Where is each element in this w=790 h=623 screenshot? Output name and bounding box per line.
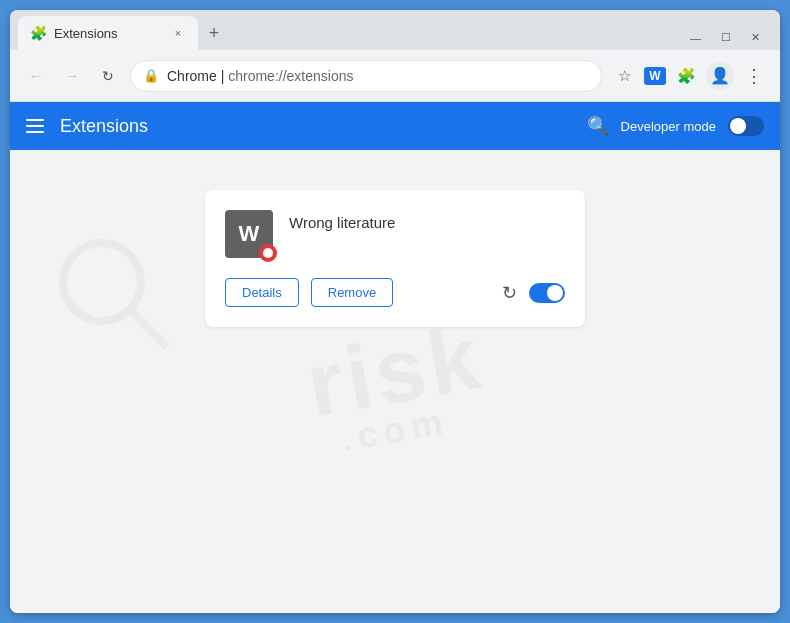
browser-window: 🧩 Extensions × + — ☐ ✕ ← → ↻ 🔒 Chrome | …: [10, 10, 780, 613]
address-separator: |: [217, 68, 228, 84]
extension-toggle-knob: [547, 285, 563, 301]
search-button[interactable]: 🔍: [587, 115, 609, 137]
tab-close-btn[interactable]: ×: [170, 25, 186, 41]
address-bar: ← → ↻ 🔒 Chrome | chrome://extensions ☆ W…: [10, 50, 780, 102]
extension-error-badge: [259, 244, 277, 262]
extensions-header: Extensions 🔍 Developer mode: [10, 102, 780, 150]
new-tab-button[interactable]: +: [200, 19, 228, 47]
address-path: chrome://extensions: [228, 68, 353, 84]
address-text: Chrome | chrome://extensions: [167, 68, 354, 84]
address-input[interactable]: 🔒 Chrome | chrome://extensions: [130, 60, 602, 92]
refresh-button[interactable]: ↻: [94, 62, 122, 90]
star-button[interactable]: ☆: [610, 62, 638, 90]
menu-button[interactable]: ⋮: [740, 62, 768, 90]
remove-button[interactable]: Remove: [311, 278, 393, 307]
extension-icon-wrap: W: [225, 210, 273, 258]
developer-mode-toggle[interactable]: [728, 116, 764, 136]
forward-button[interactable]: →: [58, 62, 86, 90]
svg-point-0: [63, 243, 141, 321]
extension-icon-letter: W: [239, 221, 260, 247]
close-button[interactable]: ✕: [751, 31, 760, 44]
address-domain: Chrome: [167, 68, 217, 84]
watermark-text-sub: .com: [338, 400, 452, 460]
svg-line-1: [132, 312, 167, 347]
tab-bar: 🧩 Extensions × + — ☐ ✕: [10, 10, 780, 50]
tab-favicon: 🧩: [30, 25, 46, 41]
hamburger-menu[interactable]: [26, 119, 44, 133]
extensions-page-title: Extensions: [60, 116, 148, 137]
minimize-button[interactable]: —: [690, 32, 701, 44]
header-right: 🔍 Developer mode: [587, 115, 764, 137]
extension-refresh-icon[interactable]: ↻: [502, 282, 517, 304]
details-button[interactable]: Details: [225, 278, 299, 307]
bookmark-icon-btn[interactable]: W: [644, 67, 666, 85]
extension-card-header: W Wrong literature: [225, 210, 565, 258]
active-tab[interactable]: 🧩 Extensions ×: [18, 16, 198, 50]
maximize-button[interactable]: ☐: [721, 31, 731, 44]
extension-enable-toggle[interactable]: [529, 283, 565, 303]
watermark-magnifier: [50, 230, 180, 360]
toolbar-icons: ☆ W 🧩 👤 ⋮: [610, 62, 768, 90]
developer-mode-label: Developer mode: [621, 119, 716, 134]
extension-card: W Wrong literature Details Remove ↻: [205, 190, 585, 327]
toggle-knob: [730, 118, 746, 134]
extension-card-footer: Details Remove ↻: [225, 278, 565, 307]
tab-title: Extensions: [54, 26, 162, 41]
window-controls: — ☐ ✕: [678, 31, 772, 44]
back-button[interactable]: ←: [22, 62, 50, 90]
extension-badge-inner: [263, 248, 273, 258]
profile-button[interactable]: 👤: [706, 62, 734, 90]
secure-icon: 🔒: [143, 68, 159, 83]
extensions-toolbar-button[interactable]: 🧩: [672, 62, 700, 90]
extensions-content: risk .com W Wrong literature Details Rem…: [10, 150, 780, 613]
extension-name: Wrong literature: [289, 210, 395, 231]
